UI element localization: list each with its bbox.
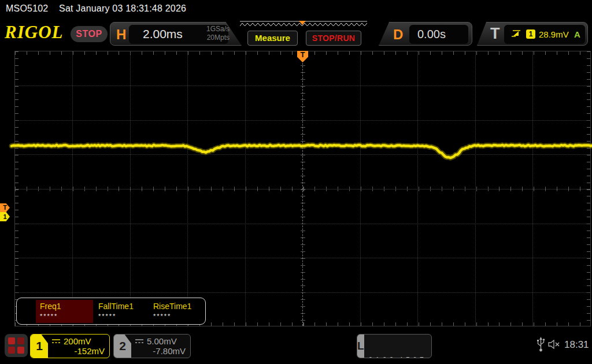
measurement-label: FallTime1 [98, 302, 149, 311]
channel2-status-box[interactable]: 2 5.00mV -7.80mV [113, 334, 191, 358]
trigger-settings-box[interactable]: T 1 28.9mV A [477, 22, 588, 46]
measurement-value: ***** [98, 313, 149, 320]
measurement-value: ***** [153, 313, 205, 320]
model-name: MSO5102 [6, 3, 48, 13]
menu-grid-dot [17, 347, 24, 354]
channel2-offset: -7.80mV [135, 346, 186, 356]
measurement-results-panel: Freq1 ***** FallTime1 ***** RiseTime1 **… [16, 298, 206, 325]
bottom-status-bar: 1 200mV -152mV 2 [0, 327, 592, 364]
delay-label: D [393, 27, 403, 43]
acquisition-status-badge: STOP [71, 26, 108, 42]
datetime-text: Sat January 03 18:31:48 2026 [59, 3, 186, 13]
menu-grid-dot [8, 347, 15, 354]
logic-channel-numbers: 0 1 2 3 4 5 6 7 8 9 1011 12131415 [364, 335, 432, 358]
menu-grid-button[interactable] [5, 334, 28, 357]
trigger-source-badge: 1 [526, 29, 535, 39]
horizontal-settings-box[interactable]: H 2.00ms 1GSa/s 20Mpts [110, 22, 242, 46]
trigger-level-value: 28.9mV [539, 29, 569, 39]
channel1-offset: -152mV [51, 346, 105, 356]
top-status-bar: MSO5102 Sat January 03 18:31:48 2026 [0, 0, 592, 17]
channel2-scale: 5.00mV [147, 336, 177, 346]
menu-grid-dot [17, 337, 24, 344]
measurement-falltime1[interactable]: FallTime1 ***** [94, 300, 149, 323]
usb-icon [536, 336, 545, 352]
channel2-values: 5.00mV -7.80mV [131, 335, 190, 358]
delay-value: 0.00s [417, 28, 446, 41]
header-bar: RIGOL STOP H 2.00ms 1GSa/s 20Mpts Measur… [0, 17, 592, 50]
menu-grid-dot [8, 337, 15, 344]
measurement-freq1[interactable]: Freq1 ***** [36, 300, 93, 323]
logic-channels-box[interactable]: L 0 1 2 3 4 5 6 7 8 9 1011 12131415 [357, 334, 432, 358]
timebase-value: 2.00ms [143, 27, 183, 41]
trigger-mode-indicator: A [574, 29, 580, 39]
dc-coupling-icon [51, 339, 61, 344]
edge-trigger-icon [511, 29, 521, 38]
memory-depth: 20Mpts [191, 34, 230, 42]
channel1-scale: 200mV [64, 336, 91, 346]
clock-text: 18:31 [564, 339, 589, 351]
logic-label-tab: L [357, 335, 364, 358]
dc-coupling-icon [135, 339, 144, 344]
overview-position-marker[interactable] [299, 21, 306, 25]
channel2-number-tab: 2 [114, 335, 131, 358]
trigger-label: T [490, 25, 500, 43]
channel1-values: 200mV -152mV [48, 335, 109, 358]
sample-info: 1GSa/s 20Mpts [191, 25, 230, 42]
measurement-risetime1[interactable]: RiseTime1 ***** [149, 300, 205, 323]
channel1-status-box[interactable]: 1 200mV -152mV [30, 334, 110, 358]
measurement-label: Freq1 [40, 302, 93, 311]
speaker-muted-icon [548, 340, 561, 349]
delay-settings-box[interactable]: D 0.00s [379, 22, 472, 46]
stop-run-button[interactable]: STOP/RUN [306, 31, 361, 46]
rigol-logo: RIGOL [5, 22, 63, 43]
measurement-value: ***** [40, 313, 93, 320]
sample-rate: 1GSa/s [191, 25, 230, 34]
horizontal-label: H [116, 27, 126, 43]
measure-button[interactable]: Measure [247, 31, 298, 46]
waveform-display-area: T T 1 Freq1 ***** FallTime1 ***** RiseTi… [0, 50, 592, 327]
channel1-number-tab: 1 [31, 335, 48, 358]
oscilloscope-screen: MSO5102 Sat January 03 18:31:48 2026 RIG… [0, 0, 592, 364]
measurement-label: RiseTime1 [153, 302, 205, 311]
logic-row-1: 0 1 2 3 4 5 6 7 [369, 355, 432, 358]
channel1-trace [0, 50, 592, 327]
